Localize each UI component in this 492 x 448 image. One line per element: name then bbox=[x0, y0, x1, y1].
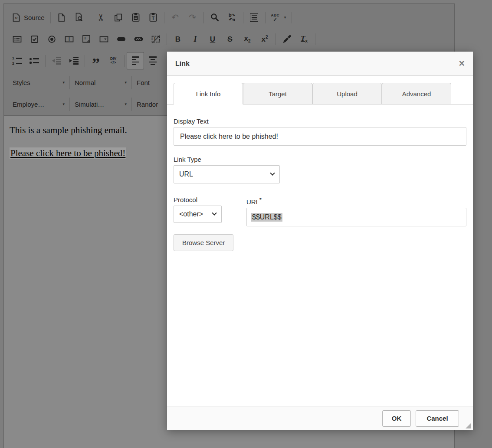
increase-indent-button[interactable] bbox=[65, 52, 82, 69]
separator bbox=[131, 98, 132, 111]
font-combo-label: Font bbox=[137, 79, 150, 86]
form-button[interactable] bbox=[8, 30, 26, 48]
blockquote-button[interactable]: ” bbox=[87, 52, 105, 69]
undo-icon: ↶ bbox=[171, 13, 179, 22]
div-container-button[interactable]: DIV </> bbox=[105, 52, 122, 69]
decrease-indent-button[interactable] bbox=[48, 52, 65, 69]
underline-button[interactable]: U bbox=[204, 30, 221, 48]
styles-combo-label: Styles bbox=[13, 79, 30, 86]
numbered-list-button[interactable]: 1 2 bbox=[8, 52, 26, 69]
separator bbox=[276, 33, 276, 45]
copy-button[interactable] bbox=[110, 9, 127, 26]
url-input[interactable]: $$URL$$ bbox=[246, 208, 466, 226]
copy-icon bbox=[114, 13, 123, 22]
separator bbox=[315, 33, 315, 45]
align-left-button[interactable] bbox=[127, 52, 144, 69]
hidden-field-button[interactable]: I bbox=[147, 30, 164, 48]
link-dialog: Link × Link Info Target Upload Advanced … bbox=[167, 52, 473, 430]
link-type-select[interactable]: URL bbox=[174, 165, 280, 183]
bulleted-list-icon bbox=[30, 58, 39, 64]
spell-check-button[interactable]: ABC ✓ ▾ bbox=[268, 9, 290, 26]
find-button[interactable] bbox=[206, 9, 223, 26]
selected-link-text[interactable]: Please click here to be phished! bbox=[10, 147, 126, 159]
italic-button[interactable]: I bbox=[187, 30, 204, 48]
bold-button[interactable]: B bbox=[169, 30, 187, 48]
underline-icon: U bbox=[210, 36, 215, 43]
hidden-field-icon: I bbox=[151, 34, 161, 44]
paste-text-icon: T bbox=[148, 13, 158, 22]
source-button[interactable]: ‹› Source bbox=[8, 9, 48, 26]
chevron-down-icon: ▾ bbox=[125, 80, 127, 85]
redo-button[interactable]: ↷ bbox=[184, 9, 201, 26]
select-all-icon bbox=[250, 13, 258, 22]
strikethrough-icon: S bbox=[227, 36, 232, 43]
blockquote-icon: ” bbox=[92, 61, 100, 67]
numbered-list-icon: 1 2 bbox=[12, 56, 22, 65]
svg-text:T: T bbox=[151, 16, 154, 21]
tab-target[interactable]: Target bbox=[243, 83, 312, 105]
bulleted-list-button[interactable] bbox=[26, 52, 43, 69]
protocol-label: Protocol bbox=[174, 196, 246, 204]
separator bbox=[90, 12, 90, 23]
tab-link-info[interactable]: Link Info bbox=[174, 83, 243, 105]
replace-button[interactable]: b↷ ↶a bbox=[223, 9, 241, 26]
browse-server-button[interactable]: Browse Server bbox=[174, 234, 233, 251]
dialog-tabs: Link Info Target Upload Advanced bbox=[167, 76, 473, 105]
cut-button[interactable]: ✂ bbox=[92, 9, 110, 26]
select-field-button[interactable] bbox=[95, 30, 112, 48]
subscript-button[interactable]: x2 bbox=[239, 30, 256, 48]
link-type-value: URL bbox=[179, 170, 193, 178]
url-label: URL* bbox=[246, 196, 466, 206]
paste-text-button[interactable]: T bbox=[144, 9, 162, 26]
paragraph-format-combo[interactable]: Normal ▾ bbox=[72, 75, 129, 90]
separator bbox=[50, 12, 51, 23]
ok-button[interactable]: OK bbox=[382, 410, 411, 427]
separator bbox=[69, 76, 70, 89]
strikethrough-button[interactable]: S bbox=[221, 30, 239, 48]
copy-formatting-button[interactable] bbox=[278, 30, 295, 48]
svg-text:‹›: ‹› bbox=[15, 15, 17, 20]
form-icon bbox=[12, 34, 22, 44]
button-field-button[interactable] bbox=[112, 30, 130, 48]
select-all-button[interactable] bbox=[246, 9, 263, 26]
cancel-button[interactable]: Cancel bbox=[416, 410, 459, 427]
undo-button[interactable]: ↶ bbox=[167, 9, 184, 26]
subscript-icon: x2 bbox=[244, 35, 250, 43]
radio-button[interactable] bbox=[43, 30, 60, 48]
simulation-placeholders-label: Simulati… bbox=[75, 101, 104, 108]
tab-advanced[interactable]: Advanced bbox=[382, 83, 451, 105]
paste-button[interactable] bbox=[127, 9, 144, 26]
superscript-button[interactable]: x2 bbox=[256, 30, 273, 48]
new-page-icon bbox=[57, 13, 66, 22]
chevron-down-icon: ▾ bbox=[284, 15, 286, 20]
new-page-button[interactable] bbox=[53, 9, 70, 26]
separator bbox=[292, 12, 292, 23]
employee-placeholders-label: Employe… bbox=[13, 101, 44, 108]
separator bbox=[69, 98, 70, 111]
checkbox-button[interactable] bbox=[26, 30, 43, 48]
paragraph-format-combo-label: Normal bbox=[75, 79, 95, 86]
text-field-button[interactable]: I bbox=[60, 30, 78, 48]
separator bbox=[85, 55, 85, 67]
protocol-select[interactable]: <other> bbox=[174, 206, 222, 223]
replace-icon: b↷ ↶a bbox=[229, 13, 235, 22]
resize-handle[interactable] bbox=[466, 423, 471, 428]
styles-combo[interactable]: Styles ▾ bbox=[10, 75, 67, 90]
tab-upload[interactable]: Upload bbox=[312, 83, 382, 105]
simulation-placeholders-combo[interactable]: Simulati… ▾ bbox=[72, 97, 129, 111]
svg-text:I: I bbox=[69, 37, 70, 42]
chevron-down-icon: ▾ bbox=[62, 102, 65, 106]
display-text-input[interactable] bbox=[174, 127, 466, 146]
align-center-button[interactable] bbox=[144, 52, 161, 69]
employee-placeholders-combo[interactable]: Employe… ▾ bbox=[10, 97, 67, 111]
button-field-icon bbox=[116, 34, 126, 44]
textarea-button[interactable]: I bbox=[78, 30, 95, 48]
increase-indent-icon bbox=[69, 57, 79, 65]
remove-format-button[interactable]: Tx bbox=[295, 30, 313, 48]
preview-button[interactable] bbox=[70, 9, 88, 26]
chevron-down-icon: ▾ bbox=[125, 102, 127, 106]
cut-icon: ✂ bbox=[96, 13, 106, 21]
image-button-button[interactable] bbox=[130, 30, 147, 48]
remove-format-icon: Tx bbox=[301, 35, 308, 43]
close-icon[interactable]: × bbox=[459, 59, 465, 69]
